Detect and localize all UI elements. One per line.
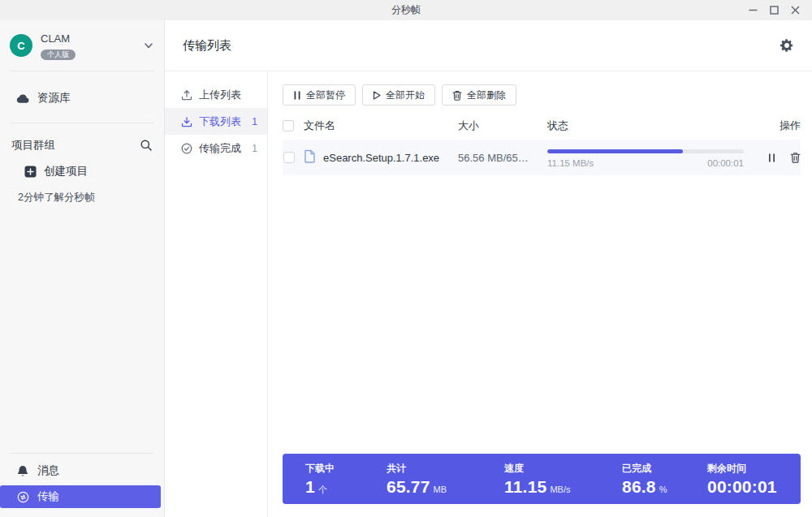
project-groups-header: 项目群组 bbox=[0, 133, 164, 157]
maximize-icon[interactable] bbox=[763, 0, 784, 20]
column-header-filename: 文件名 bbox=[304, 118, 458, 133]
column-header-actions: 操作 bbox=[752, 118, 801, 133]
app-window: 分秒帧 C CLAM 个人版 bbox=[0, 0, 812, 517]
pause-all-label: 全部暂停 bbox=[306, 88, 345, 102]
create-project-label: 创建项目 bbox=[44, 164, 88, 179]
download-icon bbox=[181, 116, 192, 127]
minimize-icon[interactable] bbox=[742, 0, 763, 20]
row-checkbox[interactable] bbox=[283, 152, 295, 163]
sidebar: C CLAM 个人版 资源库 项目群组 bbox=[0, 20, 165, 517]
stat-completed: 已完成 86.8% bbox=[622, 462, 707, 497]
account-switcher[interactable]: C CLAM 个人版 bbox=[0, 20, 164, 71]
row-elapsed-time: 00:00:01 bbox=[707, 158, 744, 168]
settings-gear-icon[interactable] bbox=[780, 38, 794, 53]
column-header-status: 状态 bbox=[547, 118, 752, 133]
stat-total: 共计 65.77MB bbox=[387, 462, 504, 497]
bell-icon bbox=[16, 465, 29, 477]
nav-item-download-list[interactable]: 下载列表 1 bbox=[165, 108, 267, 135]
window-controls bbox=[742, 0, 806, 20]
table-header: 文件名 大小 状态 操作 bbox=[283, 116, 801, 136]
nav-item-count: 1 bbox=[252, 116, 257, 127]
intro-tip-link[interactable]: 2分钟了解分秒帧 bbox=[0, 191, 164, 205]
sidebar-item-messages[interactable]: 消息 bbox=[0, 459, 164, 483]
sidebar-item-label: 资源库 bbox=[37, 91, 71, 106]
sidebar-item-label: 消息 bbox=[37, 463, 59, 478]
row-delete-icon[interactable] bbox=[790, 152, 801, 163]
nav-item-label: 传输完成 bbox=[199, 141, 241, 156]
row-filename: eSearch.Setup.1.7.1.exe bbox=[323, 152, 439, 164]
upload-icon bbox=[181, 89, 192, 101]
search-icon[interactable] bbox=[140, 139, 153, 152]
stat-speed: 速度 11.15MB/s bbox=[504, 462, 622, 497]
sidebar-item-label: 传输 bbox=[37, 489, 59, 504]
nav-item-count: 1 bbox=[252, 143, 257, 154]
titlebar: 分秒帧 bbox=[0, 0, 812, 20]
start-all-button[interactable]: 全部开始 bbox=[362, 84, 435, 106]
pause-all-button[interactable]: 全部暂停 bbox=[283, 84, 356, 106]
trash-icon bbox=[452, 90, 462, 101]
nav-item-upload-list[interactable]: 上传列表 bbox=[165, 81, 267, 108]
select-all-checkbox[interactable] bbox=[283, 120, 294, 131]
main-header: 传输列表 bbox=[165, 20, 812, 71]
sidebar-item-transfer[interactable]: 传输 bbox=[0, 485, 161, 508]
divider bbox=[10, 453, 154, 454]
row-speed: 11.15 MB/s bbox=[547, 158, 594, 168]
account-name: CLAM bbox=[41, 32, 70, 45]
divider bbox=[10, 123, 154, 123]
download-list-panel: 全部暂停 全部开始 全部删除 bbox=[268, 71, 812, 517]
project-groups-label: 项目群组 bbox=[11, 138, 55, 153]
chevron-down-icon bbox=[143, 40, 154, 51]
plan-badge: 个人版 bbox=[41, 50, 76, 60]
delete-all-label: 全部删除 bbox=[467, 88, 506, 102]
create-project-button[interactable]: 创建项目 bbox=[0, 157, 164, 185]
delete-all-button[interactable]: 全部删除 bbox=[442, 84, 516, 106]
transfer-nav: 上传列表 下载列表 1 传输完成 bbox=[165, 71, 268, 517]
progress-fill bbox=[547, 149, 683, 153]
content-spacer bbox=[283, 175, 801, 454]
summary-bar: 下载中 1个 共计 65.77MB 速度 11.15MB/s 已完成 bbox=[283, 454, 801, 504]
avatar: C bbox=[10, 34, 32, 57]
sidebar-spacer bbox=[0, 205, 164, 453]
plus-square-icon bbox=[24, 166, 37, 178]
cloud-icon bbox=[16, 93, 29, 104]
file-icon bbox=[304, 149, 316, 166]
divider bbox=[10, 71, 154, 71]
column-header-size: 大小 bbox=[458, 118, 547, 133]
sidebar-item-resource-library[interactable]: 资源库 bbox=[0, 84, 164, 112]
nav-item-transfer-complete[interactable]: 传输完成 1 bbox=[165, 135, 267, 162]
pause-icon bbox=[293, 91, 301, 100]
table-row[interactable]: eSearch.Setup.1.7.1.exe 56.56 MB/65… 11.… bbox=[283, 140, 801, 175]
nav-item-label: 下载列表 bbox=[199, 114, 241, 129]
check-circle-icon bbox=[181, 143, 192, 154]
row-pause-icon[interactable] bbox=[768, 153, 775, 162]
stat-downloading: 下载中 1个 bbox=[305, 462, 387, 497]
start-all-label: 全部开始 bbox=[386, 88, 425, 102]
nav-item-label: 上传列表 bbox=[199, 88, 241, 102]
row-size: 56.56 MB/65… bbox=[458, 152, 547, 164]
window-title: 分秒帧 bbox=[391, 3, 421, 17]
toolbar: 全部暂停 全部开始 全部删除 bbox=[283, 84, 801, 106]
transfer-icon bbox=[16, 491, 29, 503]
play-icon bbox=[373, 91, 381, 100]
progress-track bbox=[547, 149, 744, 153]
close-icon[interactable] bbox=[784, 0, 806, 20]
page-title: 传输列表 bbox=[183, 38, 231, 54]
stat-remaining-time: 剩余时间 00:00:01 bbox=[707, 462, 780, 497]
